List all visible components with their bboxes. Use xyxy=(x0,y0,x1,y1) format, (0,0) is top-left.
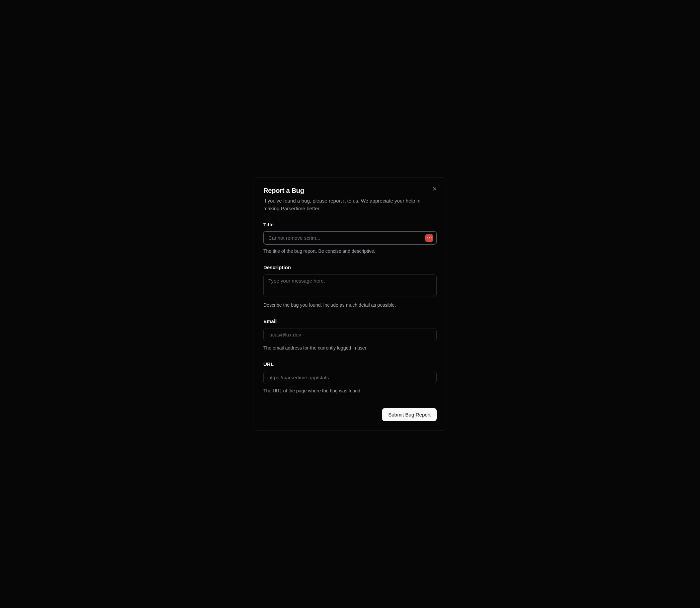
email-label: Email xyxy=(263,318,437,324)
url-label: URL xyxy=(263,361,437,367)
email-input[interactable] xyxy=(263,328,437,341)
email-help: The email address for the currently logg… xyxy=(263,345,437,350)
description-input[interactable] xyxy=(263,274,437,297)
description-field-group: Description Describe the bug you found. … xyxy=(263,265,437,308)
email-field-group: Email The email address for the currentl… xyxy=(263,318,437,350)
url-help: The URL of the page where the bug was fo… xyxy=(263,388,437,393)
modal-title: Report a Bug xyxy=(263,187,437,194)
title-input-wrapper xyxy=(263,231,437,244)
title-field-group: Title The title of the bug report. Be co… xyxy=(263,222,437,254)
submit-button[interactable]: Submit Bug Report xyxy=(382,408,437,421)
title-input[interactable] xyxy=(263,231,437,244)
title-help: The title of the bug report. Be concise … xyxy=(263,248,437,254)
url-input[interactable] xyxy=(263,371,437,384)
modal-subtitle: If you've found a bug, please report it … xyxy=(263,197,437,212)
form-footer: Submit Bug Report xyxy=(263,408,437,421)
close-button[interactable] xyxy=(431,185,439,193)
title-label: Title xyxy=(263,222,437,227)
modal-header: Report a Bug If you've found a bug, plea… xyxy=(263,187,437,212)
description-help: Describe the bug you found. Include as m… xyxy=(263,302,437,308)
password-manager-icon[interactable] xyxy=(425,234,433,242)
description-label: Description xyxy=(263,265,437,270)
bug-report-modal: Report a Bug If you've found a bug, plea… xyxy=(254,177,446,431)
close-icon xyxy=(432,186,438,191)
url-field-group: URL The URL of the page where the bug wa… xyxy=(263,361,437,393)
